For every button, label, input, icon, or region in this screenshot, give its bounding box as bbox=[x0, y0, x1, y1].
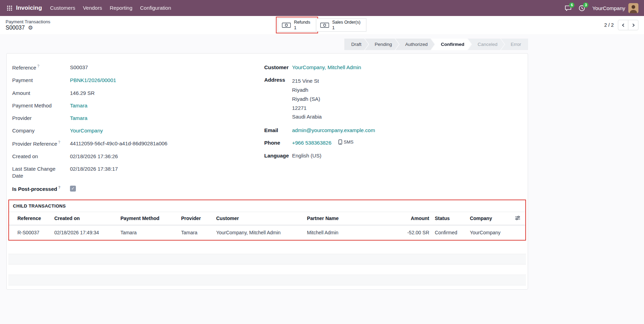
field-phone: Phone +966 538363826 SMS bbox=[264, 137, 522, 149]
column-header-created-on[interactable]: Created on bbox=[52, 212, 118, 225]
address-line: Saudi Arabia bbox=[292, 112, 322, 121]
field-amount: Amount 146.29 SR bbox=[12, 87, 264, 99]
table-header-row: Reference Created on Payment Method Prov… bbox=[9, 212, 525, 225]
money-icon bbox=[320, 23, 329, 28]
address-line: 215 Vine St bbox=[292, 76, 322, 86]
field-label: Payment bbox=[12, 77, 70, 84]
sms-button[interactable]: SMS bbox=[338, 139, 353, 145]
column-header-status[interactable]: Status bbox=[432, 212, 467, 225]
form-sheet: Reference S00037 Payment PBNK1/2026/0000… bbox=[6, 53, 528, 290]
chevron-right-icon bbox=[631, 23, 635, 27]
column-header-reference[interactable]: Reference bbox=[9, 212, 52, 225]
column-header-partner-name[interactable]: Partner Name bbox=[304, 212, 394, 225]
messages-button[interactable]: 6 bbox=[565, 5, 572, 11]
navbar-systray: 6 3 YourCompany bbox=[565, 3, 638, 13]
field-label: Provider Reference bbox=[12, 140, 70, 147]
field-provider-reference: Provider Reference 44112059-56cf-49c0-a4… bbox=[12, 137, 264, 150]
field-label: Company bbox=[12, 127, 70, 134]
column-header-customer[interactable]: Customer bbox=[213, 212, 304, 225]
stage-error[interactable]: Error bbox=[501, 39, 528, 50]
gear-icon[interactable]: ⚙ bbox=[28, 25, 33, 31]
field-label: Provider bbox=[12, 115, 70, 122]
payment-method-link[interactable]: Tamara bbox=[70, 102, 87, 109]
breadcrumb[interactable]: Payment Transactions bbox=[6, 19, 50, 24]
address-line: 12271 bbox=[292, 104, 322, 113]
column-header-company[interactable]: Company bbox=[467, 212, 508, 225]
field-label: Email bbox=[264, 127, 292, 134]
field-value: English (US) bbox=[292, 152, 321, 159]
stage-canceled[interactable]: Canceled bbox=[468, 39, 504, 50]
refunds-stat-button[interactable]: Refunds 1 bbox=[278, 18, 316, 32]
empty-list-rows bbox=[8, 244, 526, 285]
field-label: Language bbox=[264, 152, 292, 159]
column-header-provider[interactable]: Provider bbox=[178, 212, 213, 225]
customer-link[interactable]: YourCompany, Mitchell Admin bbox=[292, 64, 361, 71]
field-customer: Customer YourCompany, Mitchell Admin bbox=[264, 61, 522, 74]
cell-amount: -52.00 SR bbox=[394, 225, 432, 240]
stage-pending[interactable]: Pending bbox=[365, 39, 399, 50]
stat-value: 1 bbox=[294, 25, 297, 31]
field-value: 44112059-56cf-49c0-a41d-86d90281a006 bbox=[70, 140, 167, 147]
control-panel: Payment Transactions S00037 ⚙ Refunds 1 … bbox=[0, 16, 644, 34]
stage-authorized[interactable]: Authorized bbox=[395, 39, 435, 50]
field-label: Phone bbox=[264, 139, 292, 146]
provider-link[interactable]: Tamara bbox=[70, 115, 87, 122]
activities-button[interactable]: 3 bbox=[579, 5, 585, 11]
column-header-amount[interactable]: Amount bbox=[394, 212, 432, 225]
column-header-payment-method[interactable]: Payment Method bbox=[118, 212, 178, 225]
money-icon bbox=[282, 23, 291, 28]
field-value: 146.29 SR bbox=[70, 90, 95, 97]
form-status-header: Draft Pending Authorized Confirmed Cance… bbox=[6, 34, 528, 53]
cell-created-on: 02/18/2026 17:49:34 bbox=[52, 225, 118, 240]
address-value: 215 Vine St Riyadh Riyadh (SA) 12271 Sau… bbox=[292, 76, 322, 121]
avatar-image bbox=[628, 3, 638, 13]
messages-badge: 6 bbox=[569, 2, 574, 8]
grid-dots-icon bbox=[7, 5, 13, 11]
stage-confirmed[interactable]: Confirmed bbox=[431, 39, 471, 50]
field-value: 02/18/2026 17:36:26 bbox=[70, 153, 118, 160]
nav-item-vendors[interactable]: Vendors bbox=[79, 0, 106, 16]
top-navbar: Invoicing Customers Vendors Reporting Co… bbox=[0, 0, 644, 16]
field-email: Email admin@yourcompany.example.com bbox=[264, 124, 522, 137]
table-row[interactable]: R-S00037 02/18/2026 17:49:34 Tamara Tama… bbox=[9, 225, 525, 240]
apps-grid-icon[interactable] bbox=[3, 2, 15, 14]
next-record-button[interactable] bbox=[628, 20, 638, 30]
child-transactions-annotation: Child Transactions Reference Created on … bbox=[8, 200, 526, 241]
empty-row bbox=[8, 254, 526, 265]
email-link[interactable]: admin@yourcompany.example.com bbox=[292, 127, 375, 134]
nav-item-configuration[interactable]: Configuration bbox=[136, 0, 175, 16]
field-is-post-processed: Is Post-processed bbox=[12, 183, 264, 195]
address-line: Riyadh (SA) bbox=[292, 95, 322, 104]
company-link[interactable]: YourCompany bbox=[70, 127, 103, 134]
app-name[interactable]: Invoicing bbox=[16, 5, 42, 11]
stat-label: Refunds bbox=[294, 19, 311, 25]
activities-badge: 3 bbox=[583, 2, 588, 8]
sales-orders-stat-button[interactable]: Sales Order(s) 1 bbox=[316, 18, 366, 32]
optional-columns-button[interactable] bbox=[508, 212, 525, 225]
breadcrumb-block: Payment Transactions S00037 ⚙ bbox=[6, 19, 50, 31]
empty-row bbox=[8, 275, 526, 285]
phone-link[interactable]: +966 538363826 bbox=[292, 140, 331, 146]
field-label: Payment Method bbox=[12, 102, 70, 109]
nav-item-reporting[interactable]: Reporting bbox=[106, 0, 136, 16]
field-label: Amount bbox=[12, 90, 70, 97]
field-reference: Reference S00037 bbox=[12, 61, 264, 74]
stage-draft[interactable]: Draft bbox=[344, 39, 368, 50]
stat-label: Sales Order(s) bbox=[332, 19, 360, 25]
is-post-processed-checkbox[interactable] bbox=[70, 186, 76, 192]
field-last-state-change: Last State Change Date 02/18/2026 17:38:… bbox=[12, 163, 264, 183]
previous-record-button[interactable] bbox=[618, 20, 628, 30]
field-label: Address bbox=[264, 76, 292, 83]
payment-link[interactable]: PBNK1/2026/00001 bbox=[70, 77, 116, 84]
field-provider: Provider Tamara bbox=[12, 112, 264, 124]
field-label: Customer bbox=[264, 64, 292, 71]
statusbar: Draft Pending Authorized Confirmed Cance… bbox=[344, 39, 528, 50]
sms-phone-icon bbox=[338, 139, 342, 145]
page-title: S00037 bbox=[6, 25, 25, 31]
nav-item-customers[interactable]: Customers bbox=[46, 0, 79, 16]
user-menu[interactable]: YourCompany bbox=[592, 3, 638, 13]
field-value: S00037 bbox=[70, 64, 88, 71]
empty-row bbox=[8, 244, 526, 254]
field-label: Reference bbox=[12, 64, 70, 71]
field-value: 02/18/2026 17:38:17 bbox=[70, 165, 118, 172]
